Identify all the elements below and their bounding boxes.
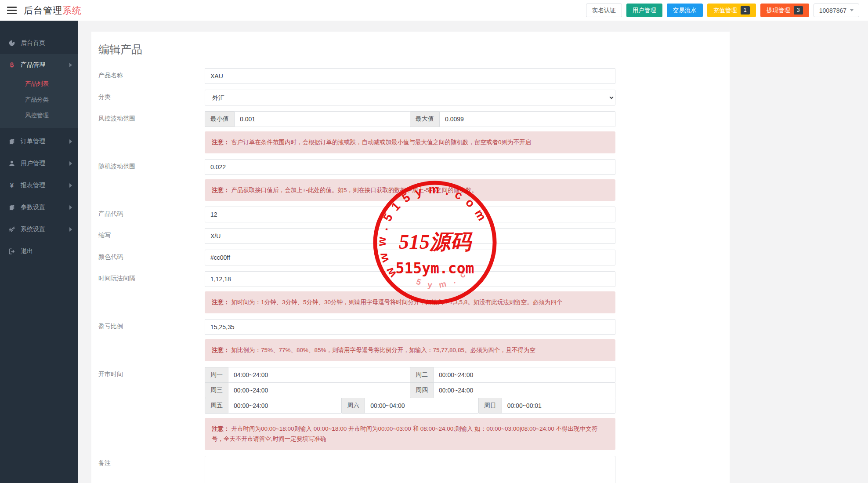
note-text: 产品获取接口值后，会加上+-此处的值。如5，则在接口获取的数据中加上-5~5之间… bbox=[231, 187, 477, 193]
tuesday-hours-input[interactable] bbox=[434, 367, 615, 383]
max-addon: 最大值 bbox=[410, 111, 440, 127]
yen-icon: ¥ bbox=[8, 182, 15, 189]
risk-max-input[interactable] bbox=[440, 111, 615, 127]
day-addon-tuesday: 周二 bbox=[410, 367, 434, 383]
wednesday-hours-input[interactable] bbox=[228, 382, 410, 398]
sidebar-item-system[interactable]: 系统设置 bbox=[0, 218, 78, 240]
menu-toggle-icon[interactable] bbox=[7, 7, 17, 14]
params-icon bbox=[8, 204, 15, 211]
chevron-right-icon bbox=[69, 227, 72, 232]
sidebar-group-products: 产品管理 产品列表 产品分类 风控管理 bbox=[0, 54, 78, 128]
note-prefix: 注意： bbox=[212, 299, 230, 305]
monday-hours-input[interactable] bbox=[228, 367, 410, 383]
sidebar-item-label: 产品管理 bbox=[21, 61, 45, 69]
sidebar-item-label: 报表管理 bbox=[21, 182, 45, 189]
verify-button[interactable]: 实名认证 bbox=[586, 4, 622, 17]
random-range-input[interactable] bbox=[205, 159, 615, 175]
form-row-product-name: 产品名称 bbox=[98, 68, 730, 84]
category-select[interactable]: 外汇 bbox=[205, 90, 615, 105]
field-label: 随机波动范围 bbox=[98, 159, 205, 201]
day-addon-monday: 周一 bbox=[205, 367, 228, 383]
remark-textarea[interactable] bbox=[205, 456, 615, 483]
chevron-right-icon bbox=[69, 205, 72, 210]
logout-icon bbox=[8, 248, 15, 255]
field-label: 开市时间 bbox=[98, 367, 205, 450]
recharge-manage-button[interactable]: 充值管理 1 bbox=[707, 4, 756, 17]
profit-ratio-input[interactable] bbox=[205, 319, 615, 335]
day-addon-sunday: 周日 bbox=[478, 398, 502, 414]
header-actions: 实名认证 用户管理 交易流水 充值管理 1 提现管理 3 10087867 bbox=[586, 4, 859, 17]
trade-flow-button[interactable]: 交易流水 bbox=[667, 4, 703, 17]
product-name-input[interactable] bbox=[205, 68, 615, 84]
app-title: 后台管理系统 bbox=[24, 4, 82, 17]
field-label: 风控波动范围 bbox=[98, 111, 205, 153]
top-header: 后台管理系统 实名认证 用户管理 交易流水 充值管理 1 提现管理 3 1008… bbox=[0, 0, 868, 21]
sidebar-item-logout[interactable]: 退出 bbox=[0, 240, 78, 262]
time-play-input[interactable] bbox=[205, 271, 615, 287]
product-code-input[interactable] bbox=[205, 207, 615, 222]
user-manage-button[interactable]: 用户管理 bbox=[626, 4, 662, 17]
sidebar-item-risk-mgmt[interactable]: 风控管理 bbox=[0, 108, 78, 123]
sidebar: 后台首页 产品管理 产品列表 产品分类 风控管理 订单管理 bbox=[0, 21, 78, 483]
note-prefix: 注意： bbox=[212, 347, 230, 353]
min-addon: 最小值 bbox=[205, 111, 235, 127]
saturday-hours-input[interactable] bbox=[365, 398, 478, 414]
color-code-input[interactable] bbox=[205, 250, 615, 265]
account-dropdown[interactable]: 10087867 bbox=[814, 4, 859, 17]
form-row-product-code: 产品代码 bbox=[98, 207, 730, 222]
chevron-right-icon bbox=[69, 161, 72, 166]
form-row-category: 分类 外汇 bbox=[98, 90, 730, 105]
thursday-hours-input[interactable] bbox=[434, 382, 615, 398]
chevron-down-icon bbox=[850, 9, 854, 11]
abbr-input[interactable] bbox=[205, 228, 615, 244]
svg-text:¥: ¥ bbox=[10, 182, 14, 189]
sidebar-item-users[interactable]: 用户管理 bbox=[0, 153, 78, 174]
day-addon-saturday: 周六 bbox=[341, 398, 365, 414]
chevron-right-icon bbox=[69, 183, 72, 188]
sidebar-item-reports[interactable]: ¥ 报表管理 bbox=[0, 174, 78, 196]
sidebar-item-product-category[interactable]: 产品分类 bbox=[0, 92, 78, 108]
profit-ratio-note: 注意：如比例为：75%、77%、80%、85%，则请用字母逗号将比例分开，如输入… bbox=[205, 339, 615, 361]
withdraw-manage-button[interactable]: 提现管理 3 bbox=[760, 4, 809, 17]
friday-hours-input[interactable] bbox=[228, 398, 342, 414]
form-row-remark: 备注 bbox=[98, 456, 730, 483]
field-label: 盈亏比例 bbox=[98, 319, 205, 361]
sidebar-item-params[interactable]: 参数设置 bbox=[0, 196, 78, 218]
form-row-time-play: 时间玩法间隔 注意：如时间为：1分钟、3分钟、5分钟、30分钟，则请用字母逗号将… bbox=[98, 271, 730, 313]
app-title-red: 系统 bbox=[62, 5, 82, 15]
sunday-hours-input[interactable] bbox=[502, 398, 615, 414]
risk-range-note: 注意：客户订单在条件范围内时，会根据订单的涨或跌，自动减或加最小值与最大值之间的… bbox=[205, 131, 615, 153]
bitcoin-icon bbox=[8, 62, 15, 69]
field-label: 产品名称 bbox=[98, 68, 205, 84]
sidebar-item-home[interactable]: 后台首页 bbox=[0, 32, 78, 54]
chevron-right-icon bbox=[69, 63, 72, 67]
withdraw-label: 提现管理 bbox=[767, 7, 790, 15]
main-content: 编辑产品 产品名称 分类 外汇 风控波动范围 最小值 bbox=[78, 21, 868, 483]
recharge-label: 充值管理 bbox=[713, 7, 737, 15]
sidebar-item-label: 退出 bbox=[21, 247, 33, 255]
day-addon-friday: 周五 bbox=[205, 398, 228, 414]
form-row-color-code: 颜色代码 bbox=[98, 250, 730, 265]
page-title: 编辑产品 bbox=[98, 42, 730, 57]
note-prefix: 注意： bbox=[212, 187, 230, 193]
field-label: 分类 bbox=[98, 90, 205, 105]
orders-icon bbox=[8, 138, 15, 145]
note-text: 如比例为：75%、77%、80%、85%，则请用字母逗号将比例分开，如输入：75… bbox=[231, 347, 535, 353]
sidebar-item-product-list[interactable]: 产品列表 bbox=[0, 76, 78, 92]
field-label: 产品代码 bbox=[98, 207, 205, 222]
day-addon-thursday: 周四 bbox=[410, 382, 434, 398]
sidebar-item-label: 参数设置 bbox=[21, 203, 45, 211]
sidebar-item-orders[interactable]: 订单管理 bbox=[0, 131, 78, 153]
form-row-profit-ratio: 盈亏比例 注意：如比例为：75%、77%、80%、85%，则请用字母逗号将比例分… bbox=[98, 319, 730, 361]
user-icon bbox=[8, 160, 15, 167]
sidebar-item-label: 系统设置 bbox=[21, 225, 45, 233]
note-text: 开市时间为00:00~18:00则输入 00:00~18:00 开市时间为00:… bbox=[212, 425, 597, 443]
chevron-right-icon bbox=[69, 139, 72, 144]
risk-min-input[interactable] bbox=[235, 111, 410, 127]
note-text: 如时间为：1分钟、3分钟、5分钟、30分钟，则请用字母逗号将时间分开，如输入：1… bbox=[231, 299, 563, 305]
field-label: 时间玩法间隔 bbox=[98, 271, 205, 313]
recharge-badge: 1 bbox=[741, 6, 750, 15]
sidebar-item-products[interactable]: 产品管理 bbox=[0, 54, 78, 76]
sidebar-item-label: 后台首页 bbox=[21, 39, 45, 47]
time-play-note: 注意：如时间为：1分钟、3分钟、5分钟、30分钟，则请用字母逗号将时间分开，如输… bbox=[205, 291, 615, 313]
